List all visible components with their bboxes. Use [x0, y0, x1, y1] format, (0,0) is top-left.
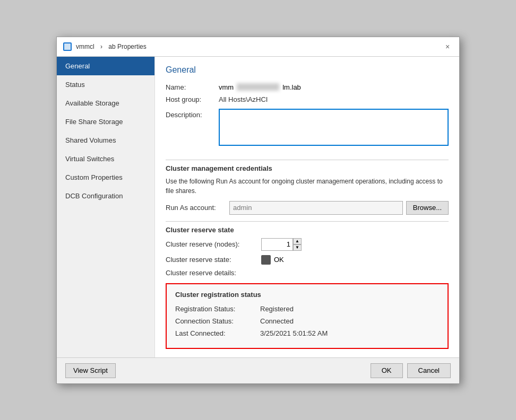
sidebar-item-status[interactable]: Status	[57, 75, 154, 94]
cluster-reserve-state-value: OK	[274, 256, 284, 264]
sidebar: General Status Available Storage File Sh…	[57, 57, 155, 357]
sidebar-item-available-storage[interactable]: Available Storage	[57, 94, 154, 112]
cluster-registration-box: Cluster registration status Registration…	[166, 283, 449, 349]
footer-left: View Script	[65, 363, 116, 378]
host-group-row: Host group: All Hosts\AzHCI	[166, 95, 449, 103]
dialog-title: ab Properties	[108, 43, 146, 50]
sidebar-item-shared-volumes[interactable]: Shared Volumes	[57, 131, 154, 150]
dialog-window: vmmcl › ab Properties × General Status A…	[56, 37, 460, 384]
svg-rect-0	[64, 43, 71, 50]
cluster-reserve-details-label: Cluster reserve details:	[166, 269, 261, 277]
name-blurred	[237, 83, 279, 91]
name-label: Name:	[166, 83, 219, 91]
cluster-reserve-details-row: Cluster reserve details:	[166, 269, 449, 277]
connection-status-label: Connection Status:	[175, 317, 260, 325]
page-title: General	[166, 65, 449, 75]
cluster-reserve-nodes-label: Cluster reserve (nodes):	[166, 240, 261, 248]
name-prefix: vmm	[219, 83, 234, 91]
connection-status-row: Connection Status: Connected	[175, 317, 439, 325]
cancel-button[interactable]: Cancel	[407, 363, 451, 378]
title-bar-left: vmmcl › ab Properties	[63, 42, 147, 51]
main-content: General Name: vmm lm.lab Host group: All…	[155, 57, 459, 357]
connection-status-value: Connected	[260, 317, 294, 325]
sidebar-item-custom-properties[interactable]: Custom Properties	[57, 168, 154, 187]
cluster-reserve-state-row: Cluster reserve state: OK	[166, 255, 449, 265]
run-as-row: Run As account: Browse...	[166, 201, 449, 215]
app-name: vmmcl	[76, 43, 94, 50]
footer: View Script OK Cancel	[57, 357, 459, 383]
cluster-reserve-nodes-input[interactable]	[261, 238, 293, 251]
host-group-value: All Hosts\AzHCI	[219, 95, 268, 103]
sidebar-item-file-share-storage[interactable]: File Share Storage	[57, 112, 154, 131]
footer-right: OK Cancel	[371, 363, 451, 378]
content-area: General Status Available Storage File Sh…	[57, 57, 459, 357]
sidebar-item-dcb-configuration[interactable]: DCB Configuration	[57, 187, 154, 205]
ok-button[interactable]: OK	[371, 363, 403, 378]
description-row: Description:	[166, 109, 449, 152]
run-as-input[interactable]	[229, 201, 403, 215]
spinner-up[interactable]: ▲	[293, 238, 302, 244]
last-connected-label: Last Connected:	[175, 329, 260, 337]
name-row: Name: vmm lm.lab	[166, 83, 449, 91]
spinner-arrows: ▲ ▼	[293, 238, 302, 251]
last-connected-row: Last Connected: 3/25/2021 5:01:52 AM	[175, 329, 439, 337]
spinner-container: ▲ ▼	[261, 238, 302, 251]
credentials-section-title: Cluster management credentials	[166, 164, 449, 172]
registration-status-value: Registered	[260, 305, 294, 313]
run-as-label: Run As account:	[166, 204, 229, 212]
divider-credentials	[166, 160, 449, 160]
credentials-desc: Use the following Run As account for ong…	[166, 177, 449, 196]
spinner-down[interactable]: ▼	[293, 244, 302, 251]
host-group-label: Host group:	[166, 95, 219, 103]
divider-reserve	[166, 221, 449, 222]
browse-button[interactable]: Browse...	[406, 201, 449, 215]
description-label: Description:	[166, 109, 219, 119]
name-suffix: lm.lab	[282, 83, 301, 91]
title-bar: vmmcl › ab Properties ×	[57, 37, 459, 57]
cluster-reg-title: Cluster registration status	[175, 291, 439, 299]
registration-status-row: Registration Status: Registered	[175, 305, 439, 313]
title-separator: ›	[99, 43, 105, 50]
sidebar-item-virtual-switches[interactable]: Virtual Switches	[57, 150, 154, 168]
view-script-button[interactable]: View Script	[65, 363, 116, 378]
registration-status-label: Registration Status:	[175, 305, 260, 313]
cluster-reserve-title: Cluster reserve state	[166, 226, 449, 234]
cluster-reserve-state-label: Cluster reserve state:	[166, 256, 261, 264]
close-button[interactable]: ×	[442, 41, 453, 52]
description-input[interactable]	[219, 109, 449, 146]
cluster-reserve-nodes-row: Cluster reserve (nodes): ▲ ▼	[166, 238, 449, 251]
last-connected-value: 3/25/2021 5:01:52 AM	[260, 329, 328, 337]
sidebar-item-general[interactable]: General	[57, 57, 154, 75]
cluster-reserve-state-icon	[261, 255, 271, 265]
app-icon	[63, 42, 72, 51]
